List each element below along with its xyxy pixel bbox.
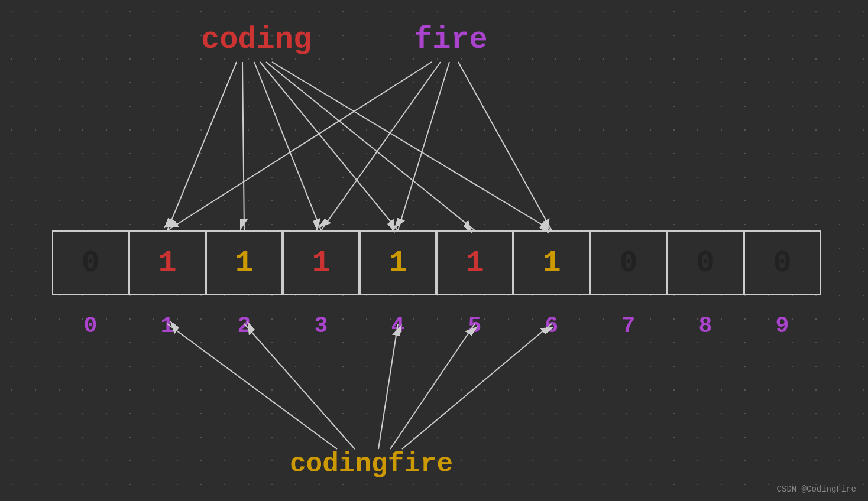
index-label-5: 5 <box>436 313 513 339</box>
index-label-6: 6 <box>513 313 590 339</box>
svg-line-9 <box>321 62 441 230</box>
index-label-9: 9 <box>744 313 821 339</box>
coding-label: coding <box>201 22 312 57</box>
index-label-3: 3 <box>283 313 359 339</box>
main-container: coding fire 0111111000 0123456789 coding… <box>0 0 868 501</box>
index-label-0: 0 <box>52 313 129 339</box>
svg-line-13 <box>244 324 355 449</box>
array-cell-9: 0 <box>744 230 821 295</box>
array-cell-6: 1 <box>513 230 590 295</box>
svg-line-7 <box>272 62 552 230</box>
svg-line-3 <box>242 62 244 230</box>
fire-label: fire <box>414 22 488 57</box>
array-cell-1: 1 <box>129 230 206 295</box>
array-cell-3: 1 <box>283 230 359 295</box>
svg-line-11 <box>458 62 552 230</box>
svg-line-2 <box>167 62 237 230</box>
svg-line-6 <box>266 62 475 230</box>
array-container: 0111111000 <box>52 230 821 295</box>
svg-line-14 <box>378 324 398 449</box>
svg-line-4 <box>254 62 321 230</box>
index-label-4: 4 <box>359 313 436 339</box>
index-label-7: 7 <box>590 313 667 339</box>
watermark: CSDN @CodingFire <box>777 484 856 494</box>
svg-line-15 <box>390 324 475 449</box>
index-label-2: 2 <box>206 313 283 339</box>
array-cell-4: 1 <box>359 230 436 295</box>
index-label-8: 8 <box>667 313 744 339</box>
svg-line-10 <box>398 62 449 230</box>
index-container: 0123456789 <box>52 313 821 339</box>
array-cell-7: 0 <box>590 230 667 295</box>
array-cell-2: 1 <box>206 230 283 295</box>
svg-line-8 <box>167 62 432 230</box>
svg-line-12 <box>167 324 337 449</box>
index-label-1: 1 <box>129 313 206 339</box>
svg-line-16 <box>402 324 552 449</box>
array-cell-5: 1 <box>436 230 513 295</box>
array-cell-8: 0 <box>667 230 744 295</box>
codingfire-label: codingfire <box>290 449 453 480</box>
array-cell-0: 0 <box>52 230 129 295</box>
svg-line-5 <box>260 62 398 230</box>
